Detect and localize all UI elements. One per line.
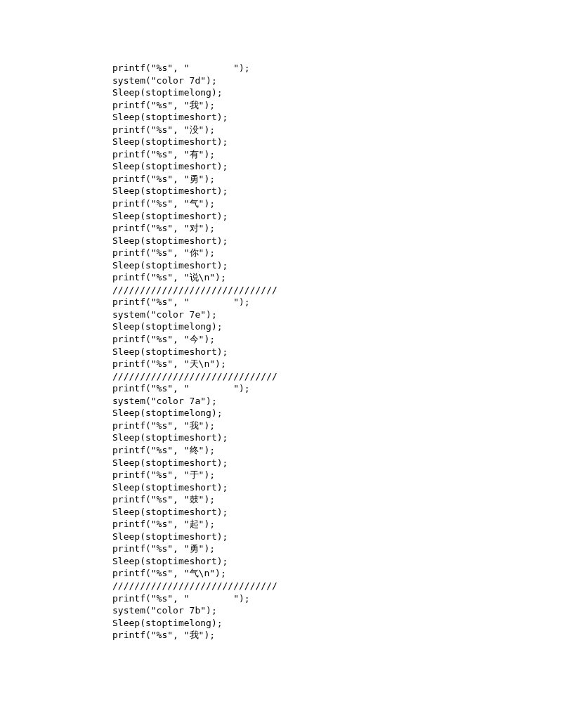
code-line: Sleep(stoptimeshort);	[112, 531, 562, 543]
code-line: printf("%s", "我");	[112, 99, 562, 112]
code-line: Sleep(stoptimeshort);	[112, 555, 562, 568]
code-line: printf("%s", "你");	[112, 247, 562, 259]
code-line: printf("%s", "对");	[112, 222, 562, 235]
code-line: printf("%s", "天\n");	[112, 358, 562, 370]
code-line: system("color 7e");	[112, 308, 562, 321]
code-line: //////////////////////////////	[112, 284, 562, 297]
code-line: printf("%s", "没");	[112, 124, 562, 136]
code-line: Sleep(stoptimeshort);	[112, 235, 562, 247]
code-line: printf("%s", "终");	[112, 444, 562, 457]
code-line: Sleep(stoptimeshort);	[112, 431, 562, 444]
code-line: printf("%s", "于");	[112, 469, 562, 481]
code-line: printf("%s", "勇");	[112, 542, 562, 555]
code-line: Sleep(stoptimelong);	[112, 86, 562, 99]
code-line: //////////////////////////////	[112, 370, 562, 383]
code-line: Sleep(stoptimeshort);	[112, 457, 562, 469]
code-line: Sleep(stoptimeshort);	[112, 185, 562, 197]
code-line: printf("%s", " ");	[112, 296, 562, 308]
code-line: printf("%s", "有");	[112, 148, 562, 161]
code-line: printf("%s", "气");	[112, 197, 562, 210]
code-line: system("color 7d");	[112, 74, 562, 87]
code-line: printf("%s", "今");	[112, 333, 562, 346]
code-line: printf("%s", " ");	[112, 592, 562, 605]
code-line: system("color 7a");	[112, 395, 562, 408]
code-line: Sleep(stoptimeshort);	[112, 346, 562, 358]
code-line: Sleep(stoptimelong);	[112, 320, 562, 333]
code-line: printf("%s", " ");	[112, 62, 562, 74]
code-line: printf("%s", "鼓");	[112, 493, 562, 506]
code-line: printf("%s", "我");	[112, 629, 562, 642]
code-line: printf("%s", "起");	[112, 518, 562, 531]
code-line: //////////////////////////////	[112, 580, 562, 592]
code-line: system("color 7b");	[112, 604, 562, 617]
code-line: Sleep(stoptimelong);	[112, 407, 562, 420]
code-document: printf("%s", " "); system("color 7d"); S…	[0, 0, 562, 728]
code-line: Sleep(stoptimelong);	[112, 617, 562, 630]
code-line: printf("%s", " ");	[112, 382, 562, 395]
code-line: printf("%s", "我");	[112, 420, 562, 432]
code-line: printf("%s", "说\n");	[112, 271, 562, 284]
code-line: Sleep(stoptimeshort);	[112, 136, 562, 148]
code-line: Sleep(stoptimeshort);	[112, 160, 562, 173]
code-line: Sleep(stoptimeshort);	[112, 481, 562, 494]
code-line: Sleep(stoptimeshort);	[112, 210, 562, 223]
code-line: printf("%s", "勇");	[112, 173, 562, 186]
code-line: Sleep(stoptimeshort);	[112, 259, 562, 272]
code-line: printf("%s", "气\n");	[112, 567, 562, 580]
code-line: Sleep(stoptimeshort);	[112, 111, 562, 124]
code-line: Sleep(stoptimeshort);	[112, 506, 562, 519]
